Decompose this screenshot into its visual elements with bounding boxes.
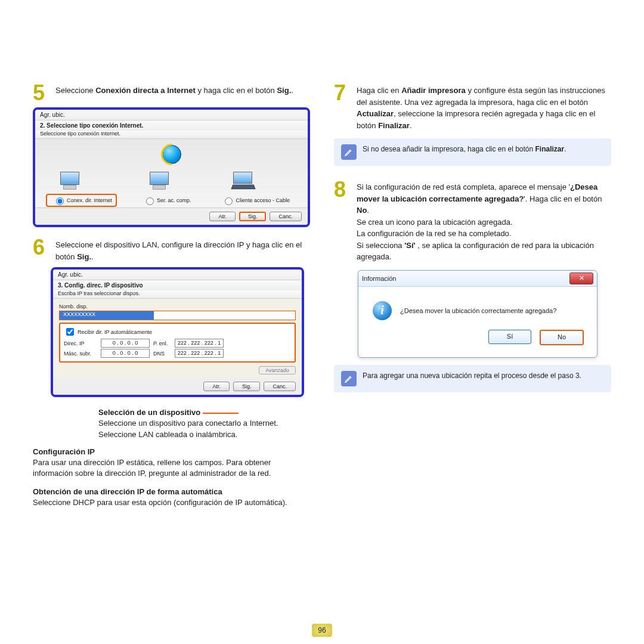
ip-config-frame: Recibir dir. IP automáticamente Direc. I…	[59, 323, 296, 363]
auto-ip-checkbox[interactable]: Recibir dir. IP automáticamente	[64, 326, 291, 338]
step-number: 6	[33, 238, 51, 257]
dialog-title: Agr. ubic.	[35, 110, 308, 120]
mask-label: Másc. subr.	[64, 351, 97, 357]
info-message: ¿Desea mover la ubicación correctamente …	[400, 307, 556, 314]
step-text: Seleccione el dispositivo LAN, configure…	[55, 238, 310, 262]
network-diagram: Conex. dir. Internet Ser. ac. comp. Clie…	[35, 139, 308, 208]
checkbox-auto-ip[interactable]	[66, 328, 74, 336]
ip-config-text: Para usar una dirección IP estática, rel…	[33, 457, 310, 479]
option-cable-client[interactable]: Cliente acceso - Cable	[222, 196, 290, 205]
option-shared-access[interactable]: Ser. ac. comp.	[143, 196, 191, 205]
auto-ip-head: Obtención de una dirección IP de forma a…	[33, 487, 310, 496]
info-icon: i	[373, 301, 392, 320]
next-button[interactable]: Sig.	[233, 382, 261, 391]
note-add-printer: Si no desea añadir la impresora, haga cl…	[334, 138, 611, 166]
dialog-subtitle: 2. Seleccione tipo conexión Internet.	[35, 120, 308, 131]
ip-label: Direc. IP	[64, 340, 97, 346]
highlight-box	[46, 194, 117, 207]
ip-config-head: Configuración IP	[33, 447, 310, 456]
desktop-icon	[148, 172, 170, 190]
device-name-label: Nomb. disp.	[59, 304, 296, 309]
note-text: Para agregar una nueva ubicación repita …	[363, 371, 581, 386]
dns-field[interactable]: 222 . 222 . 222 . 1	[175, 349, 224, 358]
dialog-subtitle: 3. Config. direc. IP dispositivo	[53, 280, 302, 290]
auto-ip-text: Seleccione DHCP para usar esta opción (c…	[33, 497, 310, 508]
yes-button[interactable]: Sí	[488, 330, 531, 344]
mask-field[interactable]: 0 . 0 . 0 . 0	[101, 349, 150, 358]
radio-cable[interactable]	[225, 197, 233, 205]
laptop-icon	[232, 172, 253, 190]
back-button[interactable]: Atr.	[209, 212, 236, 221]
page-number: 96	[312, 624, 332, 637]
device-select-text: Seleccione un dispositivo para conectarl…	[98, 418, 310, 439]
next-button[interactable]: Sig.	[239, 212, 267, 221]
no-button[interactable]: No	[540, 330, 584, 345]
gateway-label: P. enl.	[153, 340, 171, 346]
ip-field[interactable]: 0 . 0 . 0 . 0	[101, 339, 150, 348]
radio-shared[interactable]	[146, 197, 154, 205]
note-repeat-process: Para agregar una nueva ubicación repita …	[334, 365, 611, 392]
cancel-button[interactable]: Canc.	[270, 212, 302, 221]
gateway-field[interactable]: 222 . 222 . 222 . 1	[175, 339, 224, 348]
cancel-button[interactable]: Canc.	[264, 382, 296, 391]
back-button[interactable]: Atr.	[203, 382, 230, 391]
step-5: 5 Seleccione Conexión directa a Internet…	[33, 83, 310, 103]
step-8: 8 Si la configuración de red está comple…	[334, 180, 611, 263]
dialog-ip-config: Agr. ubic. 3. Config. direc. IP disposit…	[51, 267, 304, 397]
device-select-head: Selección de un dispositivo	[98, 408, 310, 417]
step-6: 6 Seleccione el dispositivo LAN, configu…	[33, 238, 310, 262]
desktop-icon	[59, 172, 80, 190]
dialog-connection-type: Agr. ubic. 2. Seleccione tipo conexión I…	[33, 107, 310, 227]
step-number: 8	[334, 180, 352, 199]
step-text: Si la configuración de red está completa…	[357, 180, 611, 263]
info-dialog: Información ✕ i ¿Desea mover la ubicació…	[358, 270, 597, 358]
note-text: Si no desea añadir la impresora, haga cl…	[363, 144, 566, 160]
advanced-button[interactable]: Avanzado	[259, 366, 296, 374]
step-7: 7 Haga clic en Añadir impresora y config…	[334, 83, 611, 131]
step-text: Haga clic en Añadir impresora y configur…	[357, 83, 611, 131]
internet-explorer-icon	[162, 145, 181, 164]
pencil-icon	[341, 144, 357, 160]
dialog-title: Agr. ubic.	[53, 270, 302, 280]
step-number: 7	[334, 83, 352, 103]
dialog-description: Escriba IP tras seleccionar dispos.	[53, 290, 302, 299]
step-number: 5	[33, 83, 51, 103]
device-select[interactable]: XXXXXXXXX	[59, 311, 296, 320]
step-text: Seleccione Conexión directa a Internet y…	[55, 83, 293, 97]
dialog-description: Seleccione tipo conexión Internet.	[35, 131, 308, 139]
info-title: Información	[362, 275, 396, 282]
dns-label: DNS	[153, 351, 171, 357]
pencil-icon	[341, 371, 357, 386]
close-button[interactable]: ✕	[569, 273, 593, 284]
